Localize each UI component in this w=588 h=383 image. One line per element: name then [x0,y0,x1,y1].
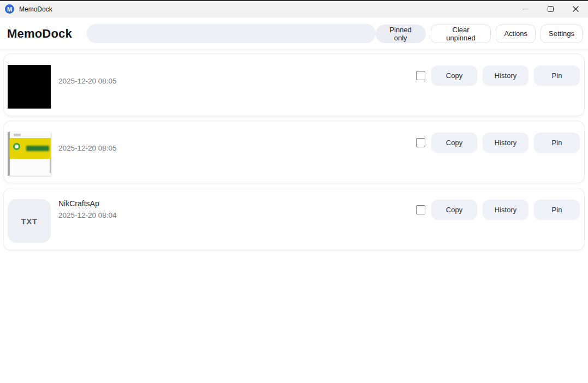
item-actions: Copy History Pin [416,133,580,152]
titlebar: M MemoDock [0,1,588,17]
screenshot-detail [50,159,51,173]
page-title: MemoDock [7,27,72,41]
screenshot-yellow-band [10,138,51,159]
clear-unpinned-button[interactable]: Clear unpinned [431,25,491,43]
app-logo-icon: M [5,4,14,14]
clipboard-item-card: 2025-12-20 08:05 Copy History Pin [3,121,585,183]
header-buttons: Pinned only Clear unpinned Actions Setti… [376,25,583,43]
item-title [58,132,416,144]
history-button[interactable]: History [483,133,528,152]
screenshot-blurred-text [26,146,49,151]
history-button[interactable]: History [483,65,528,85]
minimize-icon [522,6,528,12]
image-thumbnail-screenshot [8,132,51,176]
image-thumbnail-black [8,65,51,109]
pin-button[interactable]: Pin [534,133,580,152]
item-timestamp: 2025-12-20 08:05 [58,144,416,153]
window-controls [513,1,588,17]
copy-button[interactable]: Copy [431,65,477,85]
screenshot-detail [14,134,21,136]
close-icon [573,6,579,12]
settings-button[interactable]: Settings [541,25,583,43]
item-text-column: 2025-12-20 08:05 [58,132,416,153]
item-text-column: 2025-12-20 08:05 [58,65,416,86]
item-actions: Copy History Pin [416,65,580,85]
item-timestamp: 2025-12-20 08:05 [58,77,416,86]
history-button[interactable]: History [483,200,528,219]
pinned-only-toggle[interactable]: Pinned only [376,25,426,43]
window-title: MemoDock [19,5,52,13]
item-title [58,65,416,77]
close-button[interactable] [563,1,588,17]
minimize-button[interactable] [513,1,538,17]
txt-type-badge: TXT [8,199,51,243]
pin-button[interactable]: Pin [534,65,580,85]
copy-button[interactable]: Copy [431,133,477,152]
item-checkbox[interactable] [416,138,425,147]
header: MemoDock Pinned only Clear unpinned Acti… [0,17,588,50]
item-text-column: NikCraftsAp 2025-12-20 08:04 [58,199,416,220]
clipboard-item-list: 2025-12-20 08:05 Copy History Pin [0,50,588,254]
pin-button[interactable]: Pin [534,200,580,219]
app-window: M MemoDock MemoDock [0,0,588,383]
actions-button[interactable]: Actions [496,25,536,43]
maximize-button[interactable] [538,1,563,17]
search-input[interactable] [87,24,376,43]
copy-button[interactable]: Copy [431,200,477,219]
clipboard-item-card: TXT NikCraftsAp 2025-12-20 08:04 Copy Hi… [3,188,585,250]
clipboard-item-card: 2025-12-20 08:05 Copy History Pin [3,53,585,116]
maximize-icon [548,6,554,12]
item-checkbox[interactable] [416,205,425,214]
item-actions: Copy History Pin [416,200,580,219]
item-title: NikCraftsAp [58,199,416,211]
item-timestamp: 2025-12-20 08:04 [58,211,416,220]
screenshot-logo-mark [13,143,20,150]
item-checkbox[interactable] [416,71,425,80]
